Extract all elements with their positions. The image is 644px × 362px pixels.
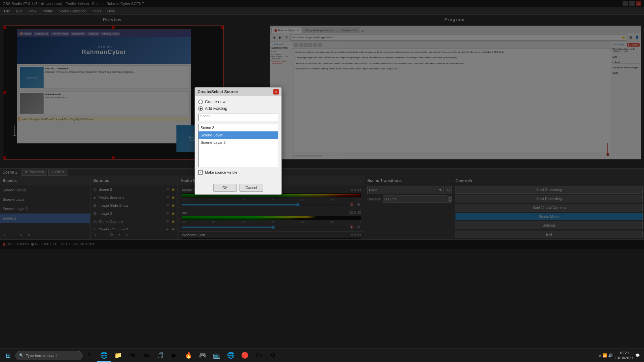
cancel-button[interactable]: Cancel [239,184,263,192]
taskbar-photoshop[interactable]: Ps [252,350,266,362]
taskbar-app14[interactable]: ⚙ [266,350,280,362]
create-select-source-dialog: Create/Select Source ✕ Create new Add Ex… [195,87,282,195]
taskbar-app9[interactable]: 🎮 [196,350,209,362]
radio-group: Create new Add Existing [198,100,278,111]
modal-titlebar: Create/Select Source ✕ [195,87,281,96]
taskbar-app11[interactable]: 🌐 [224,350,237,362]
taskbar-app8[interactable]: 🔥 [182,350,195,362]
taskbar-clock: 16:29 13/10/2021 [615,351,633,360]
modal-body: Create new Add Existing Scene Scene 2 Sc… [195,96,281,181]
scene-list-item-screne-layar[interactable]: Screne Layar [199,131,278,139]
radio-create-new[interactable]: Create new [198,100,278,104]
make-source-visible-row: Make source visible [198,170,278,175]
search-icon: 🔍 [19,353,24,358]
taskbar-app12[interactable]: 🔴 [238,350,252,362]
taskbar-files[interactable]: 📁 [111,350,125,362]
taskbar-apps: ⧉ 🌐 📁 🛍 ✉ 🎵 ▶ 🔥 🎮 📺 🌐 🔴 Ps ⚙ [83,350,598,362]
search-bar[interactable]: 🔍 Type here to search [15,351,83,360]
radio-add-existing[interactable]: Add Existing [198,106,278,111]
taskbar-app6[interactable]: 🎵 [154,350,167,362]
modal-footer: OK Cancel [195,181,281,194]
notifications-icon[interactable]: 💬 [635,353,640,358]
start-button[interactable]: ⊞ [1,350,15,362]
scene-list-item-scene2[interactable]: Scene 2 [199,124,278,131]
taskbar-mail[interactable]: ✉ [140,350,153,362]
modal-overlay: Create/Select Source ✕ Create new Add Ex… [0,0,644,349]
radio-create-new-input[interactable] [198,100,203,104]
scene-name-input[interactable]: Scene [198,114,278,121]
make-source-visible-checkbox[interactable] [198,170,203,175]
taskbar-app10[interactable]: 📺 [210,350,223,362]
taskbar-task-view[interactable]: ⧉ [83,350,97,362]
modal-close-button[interactable]: ✕ [273,89,279,95]
windows-icon: ⊞ [6,352,11,359]
taskbar-app7[interactable]: ▶ [168,350,181,362]
taskbar-system-icons: ∧ 📶 🔊 [599,353,613,358]
taskbar: ⊞ 🔍 Type here to search ⧉ 🌐 📁 🛍 ✉ 🎵 ▶ 🔥 … [0,349,644,362]
ok-button[interactable]: OK [213,184,237,192]
scene-list-item-screne-layar2[interactable]: Screne Layar 2 [199,139,278,146]
taskbar-right: ∧ 📶 🔊 16:29 13/10/2021 💬 [599,351,643,360]
taskbar-store[interactable]: 🛍 [125,350,139,362]
radio-add-existing-input[interactable] [198,106,203,111]
scene-list[interactable]: Scene 2 Screne Layar Screne Layar 2 [198,124,278,167]
taskbar-edge[interactable]: 🌐 [97,350,111,362]
